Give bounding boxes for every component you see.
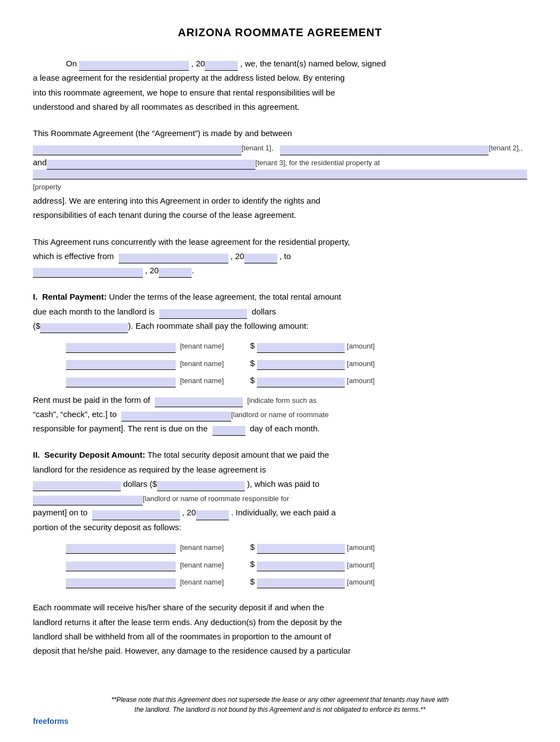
concurrent-to: , to: [279, 251, 291, 261]
s2-dollars-field[interactable]: [33, 481, 121, 491]
table-row: [tenant name] $ [amount]: [66, 557, 461, 571]
s2-date-post: . Individually, we each paid a: [231, 508, 336, 517]
effective-from-field[interactable]: [119, 254, 228, 263]
tenant3-field[interactable]: [47, 160, 255, 170]
table-row: [tenant name] $ [amount]: [66, 373, 461, 387]
s1-tenant1-amount-cell: $ [amount]: [250, 339, 375, 353]
s1-tenant3-amount-cell: $ [amount]: [250, 373, 375, 387]
s1-cash-check-field[interactable]: [121, 412, 231, 421]
s1-responsible: responsible for payment]. The rent is du…: [33, 424, 208, 433]
table-row: [tenant name] $ [amount]: [66, 339, 461, 353]
s2-tenant-table: [tenant name] $ [amount] [tenant name] $…: [66, 540, 461, 589]
s2-t2-dollar: $: [250, 557, 255, 571]
s2-t3-dollar: $: [250, 575, 255, 589]
s2-text1: The total security deposit amount that w…: [147, 450, 329, 459]
s1-text2: due each month to the landlord is: [33, 307, 155, 316]
s1-t3-amount-label: [amount]: [347, 375, 375, 387]
s2-tenant1-amount-field[interactable]: [257, 544, 345, 554]
s1-t1-amount-label: [amount]: [347, 340, 375, 352]
footer: **Please note that this Agreement does n…: [33, 695, 527, 726]
s2-tenant2-name-field[interactable]: [66, 561, 176, 571]
effective-year-field[interactable]: [244, 254, 277, 263]
s1-tenant2-name-field[interactable]: [66, 360, 176, 370]
s2-portion: portion of the security deposit as follo…: [33, 522, 181, 532]
table-row: [tenant name] $ [amount]: [66, 575, 461, 589]
concurrent-mid: , 20: [231, 251, 244, 261]
s1-tenant-table: [tenant name] $ [amount] [tenant name] $…: [66, 339, 461, 387]
s2-tenant1-name-field[interactable]: [66, 544, 176, 554]
s1-landlord-label: [landlord or name of roommate: [231, 411, 329, 419]
final-line3: landlord shall be withheld from all of t…: [33, 632, 331, 641]
s2-paid-to: ), which was paid to: [247, 479, 320, 488]
s2-tenant3-amount-field[interactable]: [257, 578, 345, 588]
s1-day-field[interactable]: [212, 426, 245, 436]
footer-note: **Please note that this Agreement does n…: [33, 695, 527, 715]
s2-tenant2-amount-field[interactable]: [257, 561, 345, 571]
s2-tenant3-name-field[interactable]: [66, 578, 176, 588]
tenant2-field[interactable]: [280, 145, 489, 155]
table-row: [tenant name] $ [amount]: [66, 540, 461, 554]
s2-tenant1-amount-cell: $ [amount]: [250, 540, 375, 554]
s2-date-mid: , 20: [182, 508, 196, 517]
final-line4: deposit that he/she paid. However, any d…: [33, 646, 351, 655]
s1-rent-form-field[interactable]: [155, 397, 243, 407]
concurrent-end: , 20: [145, 266, 159, 275]
footer-note-line2: the landlord. The landlord is not bound …: [135, 706, 425, 713]
footer-note-line1: **Please note that this Agreement does n…: [111, 696, 449, 704]
s1-t3-dollar: $: [250, 373, 255, 387]
s1-dollar-amount-field[interactable]: [40, 323, 128, 333]
s1-dollars: dollars: [252, 307, 276, 316]
s2-tenant1-label: [tenant name]: [180, 542, 224, 554]
tenant1-label: [tenant 1],: [242, 144, 273, 152]
s2-dollar-amount-field[interactable]: [157, 481, 245, 491]
end-year-field[interactable]: [159, 268, 192, 278]
tenant2-label: [tenant 2],,: [489, 144, 522, 152]
s1-tenant2-amount-field[interactable]: [257, 360, 345, 370]
s1-tenant3-name-field[interactable]: [66, 378, 176, 387]
parties-post: address]. We are entering into this Agre…: [33, 196, 320, 205]
s2-date-field[interactable]: [92, 510, 180, 520]
s1-text5: ). Each roommate shall pay the following…: [128, 321, 309, 330]
s1-t2-dollar: $: [250, 356, 255, 370]
concurrent-section: This Agreement runs concurrently with th…: [33, 235, 527, 278]
s2-t1-amount-label: [amount]: [347, 542, 375, 554]
s1-tenant1-label: [tenant name]: [180, 340, 224, 352]
table-row: [tenant name] $ [amount]: [66, 356, 461, 370]
tenant1-field[interactable]: [33, 145, 242, 155]
parties-section: This Roommate Agreement (the “Agreement”…: [33, 126, 527, 223]
intro-on-label: On: [66, 59, 77, 68]
s2-landlord-field[interactable]: [33, 496, 143, 505]
parties-post2: responsibilities of each tenant during t…: [33, 210, 296, 220]
intro-date-field[interactable]: [79, 61, 189, 71]
s1-text4: ($: [33, 321, 40, 330]
property-label: [property: [33, 183, 61, 191]
intro-line3: into this roommate agreement, we hope to…: [33, 88, 335, 97]
s1-t1-dollar: $: [250, 339, 255, 353]
section2: II. Security Deposit Amount: The total s…: [33, 448, 527, 588]
final-para-section: Each roommate will receive his/her share…: [33, 600, 527, 658]
intro-year-field[interactable]: [205, 61, 238, 71]
s2-t3-amount-label: [amount]: [347, 576, 375, 588]
end-date-field[interactable]: [33, 268, 143, 278]
s1-heading: I.: [33, 292, 37, 301]
property-field[interactable]: [33, 170, 527, 179]
s2-year-field[interactable]: [196, 510, 229, 520]
and-label: and: [33, 158, 47, 167]
footer-brand: freeforms: [33, 717, 527, 726]
s1-tenant1-amount-field[interactable]: [257, 343, 345, 353]
s1-text1: Under the terms of the lease agreement, …: [109, 292, 341, 301]
concurrent-pre: This Agreement runs concurrently with th…: [33, 237, 350, 246]
s1-tenant1-name-field[interactable]: [66, 343, 176, 353]
s1-tenant3-amount-field[interactable]: [257, 378, 345, 387]
s1-monthly-amount-field[interactable]: [159, 309, 247, 319]
s1-rent-form-label: [indicate form such as: [247, 396, 316, 404]
intro-section: On , 20 , we, the tenant(s) named below,…: [33, 57, 527, 114]
final-line1: Each roommate will receive his/her share…: [33, 603, 324, 612]
s2-tenant2-amount-cell: $ [amount]: [250, 557, 375, 571]
s2-text2: landlord for the residence as required b…: [33, 465, 266, 474]
s2-payment-label: payment] on to: [33, 508, 87, 517]
s1-tenant3-label: [tenant name]: [180, 375, 224, 387]
s2-tenant2-label: [tenant name]: [180, 559, 224, 571]
page-title: ARIZONA ROOMMATE AGREEMENT: [33, 26, 527, 39]
s1-tenant2-amount-cell: $ [amount]: [250, 356, 375, 370]
